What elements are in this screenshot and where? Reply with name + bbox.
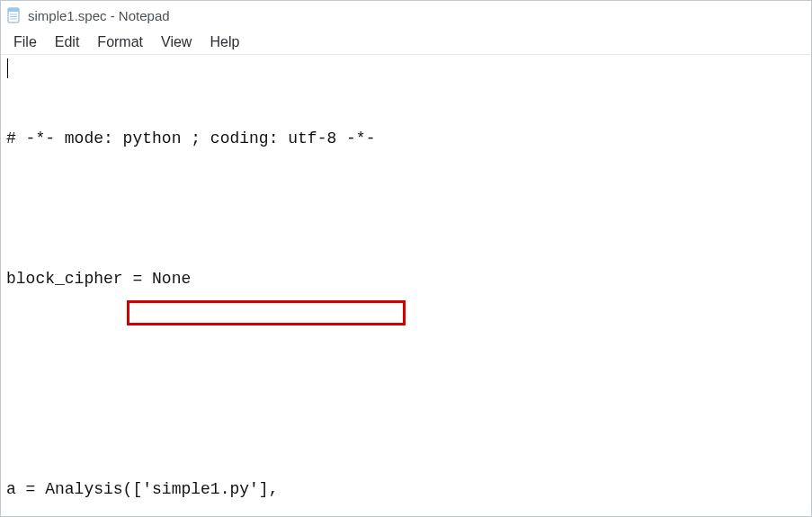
menu-format[interactable]: Format (88, 32, 152, 52)
code-line (6, 407, 806, 431)
menu-file[interactable]: File (4, 32, 46, 52)
text-caret (7, 58, 8, 78)
code-line (6, 337, 806, 361)
menu-view[interactable]: View (152, 32, 201, 52)
notepad-window: simple1.spec - Notepad File Edit Format … (0, 0, 812, 517)
code-line: a = Analysis(['simple1.py'], (6, 477, 806, 501)
notepad-icon (6, 7, 22, 23)
titlebar[interactable]: simple1.spec - Notepad (1, 1, 811, 30)
text-editor[interactable]: # -*- mode: python ; coding: utf-8 -*- b… (1, 55, 811, 517)
menu-help[interactable]: Help (201, 32, 248, 52)
code-line (6, 197, 806, 220)
code-line: # -*- mode: python ; coding: utf-8 -*- (6, 127, 806, 150)
window-title: simple1.spec - Notepad (28, 8, 170, 23)
svg-rect-1 (8, 8, 19, 12)
code-line: block_cipher = None (6, 267, 806, 290)
menu-edit[interactable]: Edit (46, 32, 89, 52)
highlight-annotation (127, 300, 406, 325)
menubar: File Edit Format View Help (1, 30, 811, 55)
